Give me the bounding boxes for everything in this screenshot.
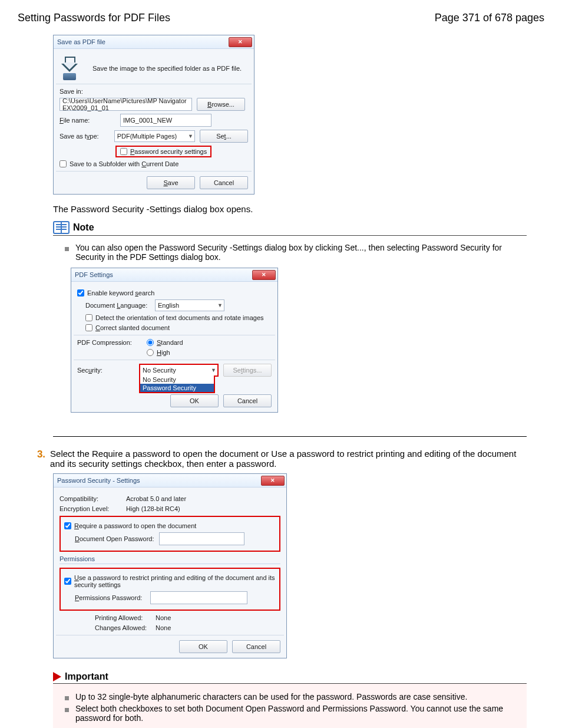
cancel-button[interactable]: Cancel xyxy=(200,176,248,189)
require-open-password-group: Require a password to open the document … xyxy=(59,516,280,552)
doc-open-password-input[interactable] xyxy=(159,532,244,545)
close-icon[interactable] xyxy=(252,270,276,280)
doc-language-label: Document Language: xyxy=(85,302,150,309)
password-security-settings-checkbox[interactable]: Password security settings xyxy=(115,146,211,157)
chevron-down-icon: ▼ xyxy=(217,302,223,308)
compression-standard-radio[interactable]: Standard xyxy=(147,339,183,346)
save-as-type-select[interactable]: PDF(Multiple Pages)▼ xyxy=(114,130,195,142)
cancel-button[interactable]: Cancel xyxy=(232,640,280,653)
save-as-type-label: Save as type: xyxy=(59,133,110,140)
save-in-label: Save in: xyxy=(59,88,83,95)
browse-button[interactable]: Browse... xyxy=(197,98,245,111)
file-name-input[interactable]: IMG_0001_NEW xyxy=(120,114,211,127)
dialog-titlebar: PDF Settings xyxy=(71,268,277,282)
security-option-password[interactable]: Password Security xyxy=(140,384,214,392)
file-name-label: File name: xyxy=(59,117,115,124)
printing-allowed-value: None xyxy=(156,614,171,621)
compatibility-value: Acrobat 5.0 and later xyxy=(126,495,186,502)
save-to-subfolder-checkbox[interactable]: Save to a Subfolder with Current Date xyxy=(59,160,178,167)
ok-button[interactable]: OK xyxy=(179,640,227,653)
require-open-password-checkbox[interactable]: Require a password to open the document xyxy=(64,522,196,529)
step-number: 3. xyxy=(37,449,45,460)
cancel-button[interactable]: Cancel xyxy=(223,394,272,407)
security-settings-button[interactable]: Settings... xyxy=(223,364,272,377)
doc-language-select[interactable]: English▼ xyxy=(155,299,224,311)
permissions-password-input[interactable] xyxy=(150,591,247,604)
note-body: You can also open the Password Security … xyxy=(53,236,527,424)
enable-keyword-search-checkbox[interactable]: Enable keyword search xyxy=(77,289,154,297)
step-text: Select the Require a password to open th… xyxy=(50,449,527,469)
detect-orientation-checkbox[interactable]: Detect the orientation of text documents… xyxy=(85,314,264,321)
printing-allowed-label: Printing Allowed: xyxy=(95,614,151,621)
correct-slanted-checkbox[interactable]: Correct slanted document xyxy=(85,324,170,331)
dialog-titlebar: Save as PDF file xyxy=(54,35,254,49)
divider xyxy=(53,436,527,437)
note-header: Note xyxy=(53,221,527,236)
chevron-down-icon: ▼ xyxy=(211,367,216,373)
compatibility-label: Compatibility: xyxy=(59,495,121,502)
step-3: 3. Select the Require a password to open… xyxy=(37,449,527,469)
permissions-password-label: Permissions Password: xyxy=(75,594,146,601)
pdf-settings-dialog: PDF Settings Enable keyword search Docum… xyxy=(71,268,278,413)
important-bullet: Up to 32 single-byte alphanumeric charac… xyxy=(65,692,522,701)
important-header: Important xyxy=(53,671,527,684)
ok-button[interactable]: OK xyxy=(170,394,219,407)
paragraph: The Password Security -Settings dialog b… xyxy=(53,204,527,214)
changes-allowed-label: Changes Allowed: xyxy=(95,624,151,631)
security-option-none[interactable]: No Security xyxy=(140,375,214,384)
encryption-level-label: Encryption Level: xyxy=(59,505,121,512)
encryption-level-value: High (128-bit RC4) xyxy=(126,505,180,512)
page-header: Setting Passwords for PDF Files Page 371… xyxy=(18,12,544,24)
use-restrict-password-checkbox[interactable]: Use a password to restrict printing and … xyxy=(64,574,276,588)
security-select[interactable]: No Security▼ xyxy=(139,364,219,377)
important-title: Important xyxy=(65,671,108,682)
compression-high-radio[interactable]: High xyxy=(147,349,170,356)
important-body: Up to 32 single-byte alphanumeric charac… xyxy=(53,684,527,728)
password-security-settings-dialog: Password Security - Settings Compatibili… xyxy=(53,473,287,658)
page-title: Setting Passwords for PDF Files xyxy=(18,12,170,24)
note-bullet: You can also open the Password Security … xyxy=(65,243,524,262)
save-as-pdf-dialog: Save as PDF file Save the image to the s… xyxy=(53,35,254,195)
security-label: Security: xyxy=(77,367,134,374)
important-bullet: Select both checkboxes to set both Docum… xyxy=(65,704,522,723)
dialog-title: Password Security - Settings xyxy=(57,477,140,484)
set-button[interactable]: Set... xyxy=(200,130,248,143)
important-icon xyxy=(53,672,61,681)
note-title: Note xyxy=(73,222,94,233)
note-icon xyxy=(53,221,70,234)
save-button[interactable]: Save xyxy=(147,176,195,189)
doc-open-password-label: Document Open Password: xyxy=(75,535,154,542)
chevron-down-icon: ▼ xyxy=(188,133,193,139)
permissions-header: Permissions xyxy=(59,555,280,564)
dialog-description: Save the image to the specified folder a… xyxy=(92,65,242,72)
changes-allowed-value: None xyxy=(156,624,171,631)
dialog-title: PDF Settings xyxy=(75,271,113,278)
save-in-path[interactable]: C:\Users\UserName\Pictures\MP Navigator … xyxy=(59,98,192,111)
page-indicator: Page 371 of 678 pages xyxy=(435,12,544,24)
save-down-arrow-icon xyxy=(59,57,80,80)
permissions-password-group: Use a password to restrict printing and … xyxy=(59,568,280,611)
security-dropdown-open: No Security Password Security xyxy=(139,375,215,393)
pdf-compression-label: PDF Compression: xyxy=(77,339,142,346)
dialog-titlebar: Password Security - Settings xyxy=(54,474,286,487)
dialog-title: Save as PDF file xyxy=(57,38,105,45)
close-icon[interactable] xyxy=(229,37,252,47)
close-icon[interactable] xyxy=(261,476,285,486)
